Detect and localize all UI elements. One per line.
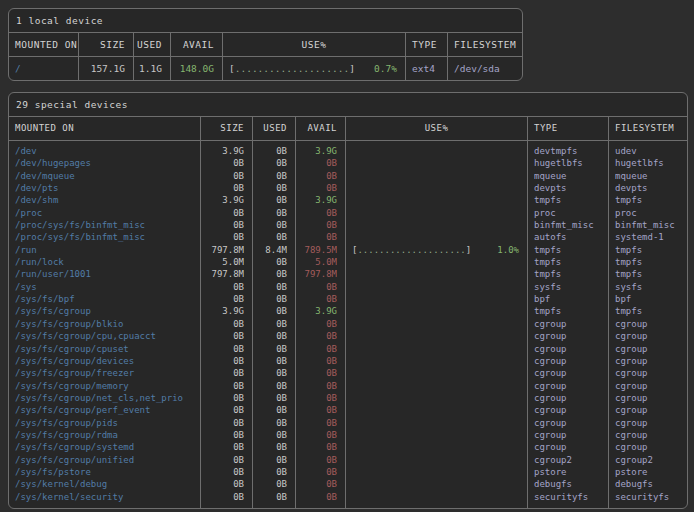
column-size: 3.9G0B0B0B3.9G0B0B0B797.8M5.0M797.8M0B0B… [201,141,253,508]
avail-cell: 3.9G [296,305,337,317]
fs-cell: hugetlbfs [615,157,687,169]
size-cell: 797.8M [201,268,244,280]
size-cell: 0B [201,231,244,243]
column-fs: udevhugetlbfsmqueuedevptstmpfsprocbinfmt… [609,141,687,508]
mount-cell: /dev/pts [15,182,200,194]
size-cell: 157.1G [79,57,125,80]
column-header-type: TYPE [528,117,609,140]
bar-close-bracket: ] [349,57,355,80]
usage-bar-cell [346,466,527,478]
fs-cell: bpf [615,293,687,305]
fs-cell: securityfs [615,491,687,503]
mount-cell: /sys/fs/cgroup/unified [15,454,200,466]
fs-cell: /dev/sda [454,57,522,80]
usage-bar-cell [346,281,527,293]
usage-bar-cell: [....................]1.0% [346,244,527,256]
type-cell: hugetlbfs [534,157,608,169]
size-cell: 0B [201,343,244,355]
fs-cell: pstore [615,466,687,478]
fs-cell: cgroup2 [615,454,687,466]
avail-cell: 0B [296,318,337,330]
avail-cell: 0B [296,392,337,404]
fs-cell: cgroup [615,404,687,416]
size-cell: 0B [201,380,244,392]
type-cell: cgroup [534,441,608,453]
used-cell: 0B [253,145,287,157]
used-cell: 0B [253,367,287,379]
usage-bar-cell [346,157,527,169]
mount-cell: /sys/fs/cgroup/cpu,cpuacct [15,330,200,342]
used-cell: 0B [253,305,287,317]
type-cell: devtmpfs [534,145,608,157]
table-body: /dev/dev/hugepages/dev/mqueue/dev/pts/de… [9,141,687,508]
usage-bar-cell [346,404,527,416]
usage-bar-cell [346,170,527,182]
avail-cell: 0B [296,355,337,367]
size-cell: 3.9G [201,145,244,157]
header-row: MOUNTED ONSIZEUSEDAVAILUSE%TYPEFILESYSTE… [9,33,522,57]
type-cell: cgroup [534,367,608,379]
size-cell: 0B [201,318,244,330]
used-cell: 0B [253,318,287,330]
used-cell: 0B [253,207,287,219]
mount-cell: /sys/fs/cgroup [15,305,200,317]
avail-cell: 0B [296,281,337,293]
mount-cell: /dev/shm [15,194,200,206]
avail-cell: 0B [296,219,337,231]
fs-cell: cgroup [615,392,687,404]
column-header-used: USED [134,33,171,56]
avail-cell: 0B [296,429,337,441]
fs-cell: tmpfs [615,268,687,280]
avail-cell: 789.5M [296,244,337,256]
mount-cell: /sys/fs/cgroup/rdma [15,429,200,441]
avail-cell: 0B [296,207,337,219]
column-avail: 3.9G0B0B0B3.9G0B0B0B789.5M5.0M797.8M0B0B… [296,141,346,508]
fs-cell: cgroup [615,343,687,355]
usage-bar-cell [346,182,527,194]
usage-bar-cell [346,343,527,355]
avail-cell: 0B [296,491,337,503]
header-row: MOUNTED ONSIZEUSEDAVAILUSE%TYPEFILESYSTE… [9,117,687,141]
column-type: devtmpfshugetlbfsmqueuedevptstmpfsprocbi… [528,141,609,508]
usage-percent: 1.0% [497,244,519,256]
column-header-fs: FILESYSTEM [448,33,522,56]
size-cell: 0B [201,330,244,342]
local-devices-title: 1 local device [9,9,522,33]
avail-cell: 0B [296,182,337,194]
usage-bar-cell [346,268,527,280]
column-used: 0B0B0B0B0B0B0B0B8.4M0B0B0B0B0B0B0B0B0B0B… [253,141,296,508]
type-cell: tmpfs [534,268,608,280]
column-header-avail: AVAIL [171,33,223,56]
usage-bar-cell: [....................]0.7% [223,57,405,80]
column-header-type: TYPE [406,33,448,56]
mount-cell: /sys/fs/cgroup/devices [15,355,200,367]
column-header-avail: AVAIL [296,117,346,140]
column-header-fs: FILESYSTEM [609,117,687,140]
usage-bar-cell [346,441,527,453]
usage-bar-cell [346,207,527,219]
fs-cell: tmpfs [615,256,687,268]
avail-cell: 0B [296,157,337,169]
used-cell: 0B [253,441,287,453]
size-cell: 0B [201,392,244,404]
used-cell: 0B [253,194,287,206]
size-cell: 0B [201,478,244,490]
used-cell: 0B [253,417,287,429]
avail-cell: 0B [296,367,337,379]
used-cell: 0B [253,293,287,305]
type-cell: cgroup [534,404,608,416]
usage-bar-cell [346,145,527,157]
size-cell: 0B [201,207,244,219]
used-cell: 0B [253,429,287,441]
size-cell: 0B [201,219,244,231]
size-cell: 0B [201,293,244,305]
mount-cell: / [15,57,78,80]
avail-cell: 0B [296,170,337,182]
used-cell: 0B [253,330,287,342]
avail-cell: 0B [296,417,337,429]
fs-cell: tmpfs [615,194,687,206]
mount-cell: /sys/fs/cgroup/blkio [15,318,200,330]
type-cell: cgroup [534,330,608,342]
type-cell: devpts [534,182,608,194]
mount-cell: /sys [15,281,200,293]
